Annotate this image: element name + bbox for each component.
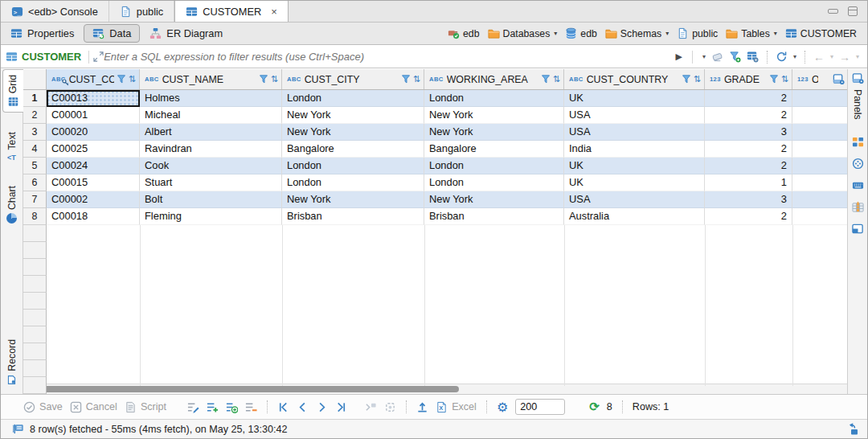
metadata-panel-icon[interactable]: [852, 201, 864, 213]
table-cell[interactable]: 2: [705, 158, 792, 174]
table-cell[interactable]: [792, 174, 847, 191]
table-cell[interactable]: Stuart: [140, 174, 282, 191]
settings-gear-icon[interactable]: ⚙: [497, 400, 508, 415]
sort-icon[interactable]: ⇅: [694, 74, 701, 84]
breadcrumb-item-tables[interactable]: Tables▾: [723, 27, 780, 40]
save-filter-icon[interactable]: [729, 51, 741, 63]
column-header-grade[interactable]: 123GRADE⇅: [705, 69, 792, 89]
expand-icon[interactable]: [93, 51, 104, 62]
column-header-cust_country[interactable]: ABCCUST_COUNTRY⇅: [564, 69, 705, 89]
row-number[interactable]: 7: [23, 191, 47, 208]
row-number[interactable]: [23, 259, 47, 276]
tab-er-diagram[interactable]: ER Diagram: [141, 25, 231, 42]
filter-funnel-icon[interactable]: [682, 75, 690, 84]
row-number[interactable]: 4: [23, 141, 47, 158]
table-cell[interactable]: Holmes: [140, 90, 282, 107]
calc-panel-icon[interactable]: [852, 158, 864, 170]
excel-button[interactable]: X Excel: [436, 401, 477, 413]
prev-page-icon[interactable]: [297, 401, 309, 413]
tab-customer[interactable]: CUSTOMER ×: [174, 0, 289, 22]
row-number[interactable]: [23, 377, 47, 394]
breadcrumb-item-customer[interactable]: CUSTOMER: [783, 27, 859, 40]
script-button[interactable]: Script: [125, 401, 166, 413]
table-cell[interactable]: Bangalore: [424, 141, 564, 158]
table-cell[interactable]: UK: [564, 158, 705, 174]
table-cell[interactable]: Micheal: [140, 107, 282, 124]
table-cell[interactable]: New York: [282, 107, 424, 124]
minimize-button[interactable]: [828, 9, 838, 14]
row-number[interactable]: 6: [23, 174, 47, 191]
table-cell[interactable]: Cook: [140, 158, 282, 174]
row-number[interactable]: 3: [23, 124, 47, 141]
sort-icon[interactable]: ⇅: [129, 74, 136, 84]
history-forward-dropdown-icon[interactable]: ▾: [856, 53, 859, 60]
sort-icon[interactable]: ⇅: [781, 74, 788, 84]
history-forward-icon[interactable]: →: [839, 51, 850, 64]
filter-funnel-icon[interactable]: [117, 75, 125, 84]
history-back-icon[interactable]: ←: [813, 51, 825, 64]
table-cell[interactable]: 2: [705, 141, 792, 158]
table-cell[interactable]: 1: [705, 174, 792, 191]
table-cell[interactable]: Ravindran: [140, 141, 282, 158]
row-number[interactable]: 8: [23, 208, 47, 225]
breadcrumb-item-edb[interactable]: edb: [563, 27, 600, 40]
filter-dropdown-icon[interactable]: ▾: [702, 53, 706, 60]
table-cell[interactable]: London: [424, 158, 564, 174]
fetch-size-input[interactable]: [515, 399, 565, 415]
refresh-icon[interactable]: [776, 51, 788, 63]
table-cell[interactable]: [792, 208, 847, 225]
table-cell[interactable]: UK: [564, 174, 705, 191]
table-cell[interactable]: New York: [282, 191, 424, 208]
table-cell[interactable]: New York: [282, 124, 424, 141]
grid-config-icon[interactable]: [833, 73, 845, 85]
row-number[interactable]: [23, 225, 47, 242]
row-number[interactable]: [23, 276, 47, 293]
filter-funnel-icon[interactable]: [770, 75, 778, 84]
table-cell[interactable]: Brisban: [282, 208, 424, 225]
table-cell[interactable]: 2: [705, 107, 792, 124]
column-header-openin[interactable]: 123OPENIN: [792, 69, 847, 89]
save-button[interactable]: Save: [23, 401, 63, 413]
table-cell[interactable]: India: [564, 141, 705, 158]
table-cell[interactable]: London: [282, 158, 424, 174]
presentation-tab-grid[interactable]: Grid: [2, 69, 23, 113]
edit-cell-icon[interactable]: [187, 401, 199, 413]
first-page-icon[interactable]: [277, 401, 289, 413]
erase-filter-icon[interactable]: [711, 51, 723, 63]
column-header-cust_code[interactable]: ABCCUST_CODE⇅: [47, 69, 140, 89]
chevron-down-icon[interactable]: ▾: [774, 30, 777, 37]
presentation-tab-chart[interactable]: Chart: [2, 181, 23, 228]
table-cell[interactable]: [792, 107, 847, 124]
table-cell[interactable]: [792, 141, 847, 158]
chevron-down-icon[interactable]: ▾: [554, 30, 557, 37]
breadcrumb-item-edb[interactable]: edb: [445, 27, 482, 40]
last-page-icon[interactable]: [335, 401, 347, 413]
table-cell[interactable]: New York: [424, 124, 564, 141]
row-number[interactable]: 1: [23, 90, 47, 107]
references-panel-icon[interactable]: [852, 223, 864, 235]
table-cell[interactable]: [792, 90, 847, 107]
export-icon[interactable]: [416, 401, 428, 413]
sort-icon[interactable]: ⇅: [413, 74, 420, 84]
table-cell[interactable]: C00013: [47, 90, 140, 107]
value-viewer-icon[interactable]: [852, 136, 864, 148]
duplicate-row-icon[interactable]: [226, 401, 238, 413]
grid-corner-cell[interactable]: [23, 69, 47, 89]
row-number[interactable]: [23, 360, 47, 377]
add-row-icon[interactable]: [207, 401, 219, 413]
filter-funnel-icon[interactable]: [542, 75, 550, 84]
apply-filter-icon[interactable]: ▶: [675, 51, 682, 62]
table-cell[interactable]: UK: [564, 90, 705, 107]
table-cell[interactable]: 3: [705, 124, 792, 141]
table-cell[interactable]: Australia: [564, 208, 705, 225]
table-cell[interactable]: C00024: [47, 158, 140, 174]
row-number[interactable]: [23, 310, 47, 326]
table-cell[interactable]: New York: [424, 107, 564, 124]
table-cell[interactable]: Bolt: [140, 191, 282, 208]
filter-funnel-icon[interactable]: [402, 75, 410, 84]
breadcrumb-item-public[interactable]: public: [674, 27, 720, 40]
table-cell[interactable]: [792, 158, 847, 174]
table-cell[interactable]: 2: [705, 90, 792, 107]
virtual-keys-icon[interactable]: [852, 179, 864, 191]
table-cell[interactable]: Bangalore: [282, 141, 424, 158]
